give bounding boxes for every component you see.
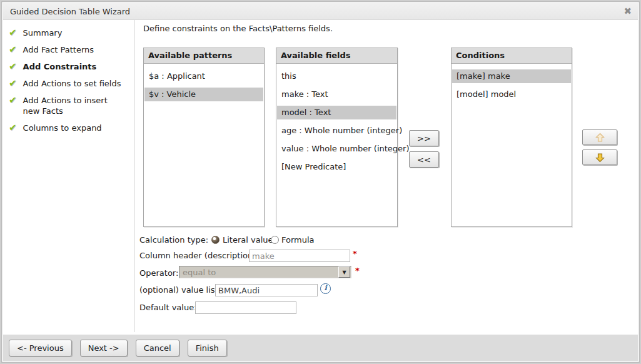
title-bar: Guided Decision Table Wizard ✖: [3, 3, 638, 20]
value-list-label: (optional) value list:: [139, 285, 221, 295]
close-icon[interactable]: ✖: [623, 7, 632, 16]
default-value-input[interactable]: [195, 301, 296, 314]
wizard-steps-sidebar: ✔ Summary ✔ Add Fact Patterns ✔ Add Cons…: [3, 21, 131, 332]
sidebar-item-add-actions-set-fields[interactable]: ✔ Add Actions to set fields: [3, 75, 131, 92]
column-header-label: Column header (description):: [139, 251, 259, 260]
info-icon[interactable]: i: [320, 283, 331, 294]
sidebar-item-summary[interactable]: ✔ Summary: [3, 24, 131, 41]
formula-radio[interactable]: [271, 236, 279, 244]
available-patterns-header: Available patterns: [144, 48, 264, 64]
list-item[interactable]: $v : Vehicle: [144, 88, 263, 101]
operator-selected-value: equal to: [179, 268, 338, 277]
available-fields-list: Available fields this make : Text model …: [276, 48, 398, 227]
sidebar-item-add-actions-insert-facts[interactable]: ✔ Add Actions to insert new Facts: [3, 92, 131, 119]
check-icon: ✔: [9, 61, 17, 71]
required-marker: *: [355, 266, 360, 275]
calculation-type-label: Calculation type:: [139, 235, 208, 245]
step-label: Add Fact Patterns: [23, 44, 124, 55]
sidebar-item-columns-to-expand[interactable]: ✔ Columns to expand: [3, 119, 131, 136]
next-button[interactable]: Next ->: [80, 340, 128, 356]
instruction-text: Define constraints on the Facts\Patterns…: [143, 24, 333, 33]
list-item[interactable]: value : Whole number (integer): [277, 142, 396, 156]
available-patterns-list: Available patterns $a : Applicant $v : V…: [143, 48, 265, 227]
remove-condition-button[interactable]: <<: [409, 151, 439, 168]
list-item[interactable]: [make] make: [452, 69, 571, 83]
move-down-button[interactable]: [582, 149, 617, 165]
check-icon: ✔: [9, 44, 17, 54]
literal-value-radio[interactable]: [211, 236, 220, 244]
literal-value-radio-label[interactable]: Literal value: [223, 235, 273, 245]
list-item[interactable]: [New Predicate]: [277, 160, 396, 174]
list-item[interactable]: make : Text: [277, 88, 396, 101]
chevron-down-icon: ▼: [342, 270, 346, 275]
list-item[interactable]: [model] model: [452, 88, 571, 101]
operator-select[interactable]: equal to ▼: [179, 266, 351, 278]
sidebar-item-add-constraints[interactable]: ✔ Add Constraints: [3, 58, 131, 75]
step-label: Add Actions to insert new Facts: [23, 95, 124, 116]
available-fields-header: Available fields: [276, 48, 397, 64]
finish-button[interactable]: Finish: [188, 340, 227, 356]
conditions-header: Conditions: [452, 48, 572, 64]
cancel-button[interactable]: Cancel: [136, 340, 179, 356]
step-label: Add Constraints: [23, 61, 124, 72]
check-icon: ✔: [9, 95, 17, 105]
formula-radio-label[interactable]: Formula: [281, 235, 315, 245]
list-item[interactable]: age : Whole number (integer): [277, 124, 396, 138]
up-arrow-icon: [595, 133, 605, 143]
step-label: Columns to expand: [23, 123, 124, 133]
check-icon: ✔: [9, 28, 17, 38]
column-header-input[interactable]: [249, 250, 350, 262]
list-item[interactable]: $a : Applicant: [144, 69, 263, 83]
wizard-dialog: Guided Decision Table Wizard ✖ ✔ Summary…: [1, 1, 640, 363]
sidebar-item-add-fact-patterns[interactable]: ✔ Add Fact Patterns: [3, 41, 131, 58]
check-icon: ✔: [9, 78, 17, 88]
previous-button[interactable]: <- Previous: [9, 340, 72, 356]
dropdown-button[interactable]: ▼: [338, 266, 350, 278]
conditions-list: Conditions [make] make [model] model: [451, 48, 572, 227]
value-list-input[interactable]: [215, 284, 318, 296]
required-marker: *: [353, 249, 357, 258]
add-condition-button[interactable]: >>: [409, 130, 439, 146]
sidebar-divider: [134, 20, 134, 332]
move-up-button[interactable]: [582, 129, 617, 145]
dialog-title: Guided Decision Table Wizard: [10, 7, 130, 16]
step-label: Add Actions to set fields: [23, 78, 124, 89]
default-value-label: Default value:: [139, 303, 197, 312]
list-item[interactable]: model : Text: [277, 106, 396, 119]
check-icon: ✔: [9, 123, 17, 133]
footer-bar: <- Previous Next -> Cancel Finish: [3, 333, 638, 361]
step-label: Summary: [23, 28, 124, 38]
list-item[interactable]: this: [277, 69, 396, 83]
down-arrow-icon: [595, 153, 605, 163]
operator-label: Operator:: [139, 268, 178, 278]
